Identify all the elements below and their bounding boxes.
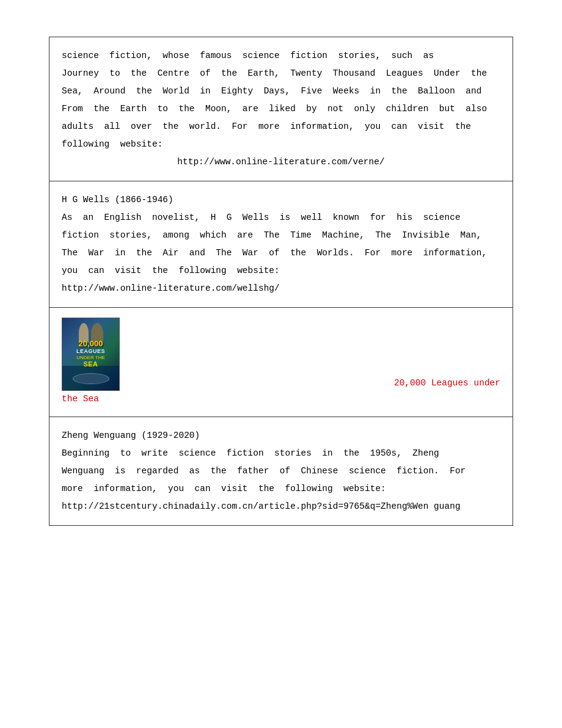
submarine-decoration [73,373,109,384]
hg-wells-section: H G Wells (1866-1946) As an English nove… [49,181,513,308]
book-title-under: UNDER THE [62,355,119,360]
caption-line1: 20,000 Leagues under [394,375,500,391]
book-title-sea: SEA [62,360,119,368]
book-title-leagues: LEAGUES [62,349,119,355]
hg-wells-body: As an English novelist, H G Wells is wel… [62,209,500,280]
hg-wells-title: H G Wells (1866-1946) [62,191,500,209]
main-container: science fiction, whose famous science fi… [49,37,513,526]
jules-verne-section: science fiction, whose famous science fi… [49,37,513,181]
zheng-wenguang-body: Beginning to write science fiction stori… [62,445,500,498]
hg-wells-url[interactable]: http://www.online-literature.com/wellshg… [62,280,500,297]
book-image-inner: 20,000 LEAGUES UNDER THE SEA [62,318,119,390]
image-caption-section: 20,000 LEAGUES UNDER THE SEA 20,000 Leag… [49,308,513,417]
zheng-wenguang-section: Zheng Wenguang (1929-2020) Beginning to … [49,417,513,525]
caption-area: 20,000 Leagues under [120,318,500,391]
caption-line2: the Sea [62,391,500,407]
caption-wrapper: 20,000 Leagues under [120,375,500,391]
jules-verne-url[interactable]: http://www.online-literature.com/verne/ [62,153,500,171]
zheng-wenguang-title: Zheng Wenguang (1929-2020) [62,427,500,445]
image-area: 20,000 LEAGUES UNDER THE SEA 20,000 Leag… [62,318,500,391]
book-number: 20,000 [62,340,119,348]
book-cover-image: 20,000 LEAGUES UNDER THE SEA [62,318,120,391]
jules-verne-body: science fiction, whose famous science fi… [62,47,500,153]
zheng-wenguang-url[interactable]: http://21stcentury.chinadaily.com.cn/art… [62,498,500,515]
book-title-overlay: 20,000 LEAGUES UNDER THE SEA [62,340,119,368]
